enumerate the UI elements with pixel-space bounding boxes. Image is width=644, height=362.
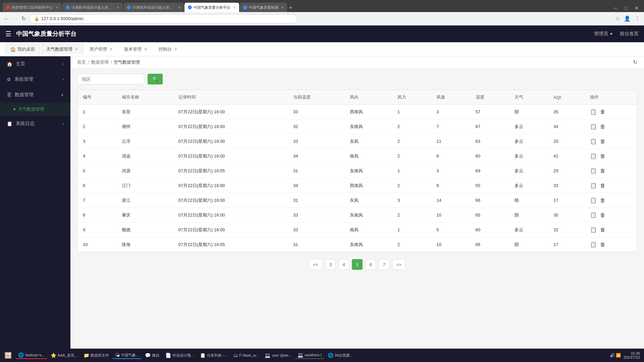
cell-wind-dir: 东风: [344, 134, 392, 149]
browser-tab-1[interactable]: 内容管理-CSDN创作中心 ✕: [3, 3, 62, 12]
sidebar-item-system[interactable]: ⚙ 系统管理 ›: [0, 72, 70, 87]
tab-close-2[interactable]: ✕: [117, 6, 119, 9]
profile-icon[interactable]: 👤: [624, 15, 631, 22]
cell-id: 9: [77, 223, 116, 237]
refresh-page-button[interactable]: ↻: [633, 59, 637, 65]
sidebar-item-home[interactable]: 🏠 主页 ›: [0, 56, 70, 72]
tab-close-3[interactable]: ✕: [178, 6, 180, 9]
edit-button[interactable]: 📋: [590, 153, 597, 159]
page-prev[interactable]: <<: [309, 259, 322, 270]
front-link[interactable]: 前台首页: [620, 31, 639, 37]
taskbar-item-hadoop[interactable]: 🌐 hadoop+s...: [15, 352, 47, 359]
tab-close-4[interactable]: ✕: [233, 6, 236, 9]
forward-button[interactable]: →: [13, 16, 18, 22]
edit-button[interactable]: 📋: [590, 109, 597, 115]
back-button[interactable]: ←: [4, 16, 9, 22]
delete-button[interactable]: 🗑: [600, 124, 605, 129]
delete-button[interactable]: 🗑: [600, 242, 605, 247]
bookmark-icon[interactable]: ☆: [615, 15, 620, 22]
edit-button[interactable]: 📋: [590, 242, 597, 247]
sidebar-item-data[interactable]: 🗄 数据管理 ∨: [0, 87, 70, 103]
delete-button[interactable]: 🗑: [600, 212, 605, 218]
taskbar-item-db[interactable]: 📁 数据库文件: [81, 352, 112, 359]
taskbar-item-aaa[interactable]: ⭐ AAA_首页...: [48, 352, 80, 359]
tab-close-version[interactable]: ✕: [144, 47, 147, 52]
taskbar-item-weather[interactable]: 🌤 中国气象...: [112, 352, 142, 359]
new-tab-button[interactable]: +: [289, 5, 292, 12]
home-sidebar-icon: 🏠: [7, 61, 12, 67]
cell-wind-speed: 9: [431, 178, 470, 193]
search-bar: 🔍: [77, 74, 637, 84]
delete-button[interactable]: 🗑: [600, 227, 605, 233]
browser-chrome: 内容管理-CSDN创作中心 ✕ 计算机毕业设计超人的个人空间... ✕ 计算机毕…: [0, 0, 644, 12]
data-sidebar-icon: 🗄: [7, 92, 11, 98]
delete-button[interactable]: 🗑: [600, 183, 605, 188]
browser-tab-5[interactable]: 中国气象质量检测 ✕: [240, 3, 287, 12]
page-7[interactable]: 7: [379, 259, 389, 270]
edit-button[interactable]: 📋: [590, 212, 597, 218]
taskbar-item-flask[interactable]: 🗂 F:\flask_w...: [230, 352, 261, 359]
page-4[interactable]: 4: [338, 259, 349, 270]
sidebar-item-syslog[interactable]: 📋 系统日志 ›: [0, 116, 70, 131]
edit-button[interactable]: 📋: [590, 124, 597, 129]
taskbar-item-wechat[interactable]: 💬 微信: [142, 352, 162, 359]
minimize-button[interactable]: ─: [611, 5, 620, 11]
page-tab-weather[interactable]: 天气数据管理 ✕: [41, 44, 83, 54]
address-input[interactable]: 🔒 127.0.0.1:5000/admin: [29, 14, 298, 23]
maximize-button[interactable]: □: [622, 5, 630, 11]
page-5[interactable]: 5: [352, 259, 363, 270]
browser-tab-2[interactable]: 计算机毕业设计超人的个人空间... ✕: [62, 3, 123, 12]
cell-weather: 阴: [509, 208, 548, 223]
page-6[interactable]: 6: [365, 259, 376, 270]
delete-button[interactable]: 🗑: [600, 153, 605, 159]
sidebar-sub-weather[interactable]: 天气数据管理: [0, 103, 70, 116]
page-tab-control[interactable]: 控制台 ✕: [154, 44, 182, 55]
cell-weather: 多云: [509, 119, 548, 134]
page-tab-version[interactable]: 版本管理 ✕: [119, 44, 152, 55]
delete-button[interactable]: 🗑: [600, 109, 605, 115]
table-row: 7 湛江 07月22日(星期六) 16:00 31 东风 3 14 66 晴 1…: [77, 193, 637, 208]
page-tab-user[interactable]: 用户管理 ✕: [85, 44, 118, 55]
taskbar-item-weathers[interactable]: 💻 weathers [: [295, 352, 324, 359]
browser-tab-3[interactable]: 计算机毕业设计超人的个人空间... ✕: [123, 3, 184, 12]
search-button[interactable]: 🔍: [148, 74, 163, 84]
delete-button[interactable]: 🗑: [600, 138, 605, 144]
refresh-button[interactable]: ↻: [21, 15, 26, 22]
cell-wind-speed: 10: [431, 237, 470, 252]
tab-close-control[interactable]: ✕: [174, 47, 177, 52]
dropdown-icon: ▼: [609, 32, 613, 36]
breadcrumb-home[interactable]: 首页: [77, 59, 86, 65]
taskbar-item-99ci[interactable]: 🌐 99次我爱...: [325, 352, 356, 359]
taskbar-item-user[interactable]: 💻 user @we...: [262, 352, 294, 359]
cell-wind-dir: 西南风: [344, 105, 392, 119]
admin-user[interactable]: 管理员 ▼: [594, 31, 613, 37]
edit-button[interactable]: 📋: [590, 227, 597, 233]
cell-humidity: 63: [470, 134, 509, 149]
tab-close-user[interactable]: ✕: [109, 47, 113, 52]
edit-button[interactable]: 📋: [590, 168, 597, 174]
hamburger-menu[interactable]: ☰: [5, 30, 11, 38]
close-button[interactable]: ✕: [632, 5, 641, 11]
cell-temp: 31: [288, 193, 344, 208]
start-button[interactable]: 🪟: [1, 349, 15, 361]
page-next[interactable]: >>: [392, 259, 406, 270]
cell-temp: 34: [288, 149, 344, 164]
tab-close-5[interactable]: ✕: [281, 6, 284, 9]
tab-close-weather[interactable]: ✕: [75, 47, 78, 52]
search-input[interactable]: [77, 74, 144, 84]
delete-button[interactable]: 🗑: [600, 168, 605, 174]
menu-icon[interactable]: ⋮: [635, 15, 640, 22]
taskbar-item-tasklist[interactable]: 📋 任务列表 -...: [197, 352, 230, 359]
page-tab-home[interactable]: 🏠 我的桌面: [5, 44, 40, 54]
delete-button[interactable]: 🗑: [600, 197, 605, 203]
edit-button[interactable]: 📋: [590, 138, 597, 144]
page-3[interactable]: 3: [325, 259, 336, 270]
breadcrumb-data[interactable]: 数据管理: [91, 59, 109, 65]
page-content: 首页 / 数据管理 / 空气数据管理 ↻ 🔍: [70, 56, 644, 359]
edit-button[interactable]: 📋: [590, 197, 597, 203]
browser-tab-4[interactable]: 中国气象质量分析平台 ✕: [184, 3, 239, 12]
cell-action: 📋 🗑: [585, 119, 637, 134]
taskbar-item-thesis[interactable]: 📄 毕业设计预...: [163, 352, 197, 359]
tab-close-1[interactable]: ✕: [56, 6, 58, 9]
edit-button[interactable]: 📋: [590, 183, 597, 188]
